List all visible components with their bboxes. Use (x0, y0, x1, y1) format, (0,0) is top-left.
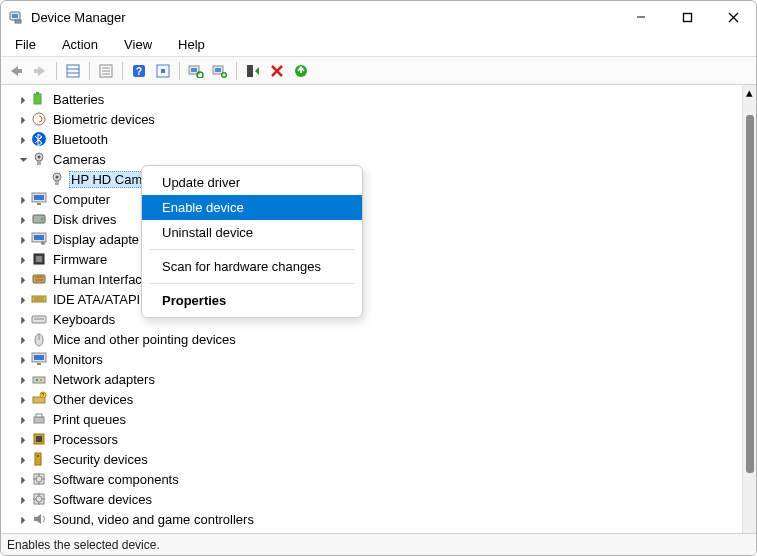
update-driver-icon[interactable] (209, 60, 231, 82)
svg-text:?: ? (136, 66, 142, 77)
svg-rect-31 (36, 92, 39, 94)
collapse-caret-icon[interactable]: ⏷ (17, 154, 31, 165)
tree-item[interactable]: ⏵Keyboards (9, 309, 742, 329)
expand-caret-icon[interactable]: ⏵ (17, 294, 31, 305)
tree-item[interactable]: ⏵Batteries (9, 89, 742, 109)
svg-point-43 (41, 218, 44, 221)
tree-item[interactable]: ⏵Print queues (9, 409, 742, 429)
bt-icon (31, 131, 47, 147)
scroll-up-arrow[interactable]: ▴ (746, 85, 753, 99)
svg-rect-69 (36, 414, 42, 417)
expand-caret-icon[interactable]: ⏵ (17, 454, 31, 465)
expand-caret-icon[interactable]: ⏵ (17, 494, 31, 505)
finger-icon (31, 111, 47, 127)
context-menu: Update driverEnable deviceUninstall devi… (141, 165, 363, 318)
tree-item-label: Print queues (51, 412, 128, 427)
svg-rect-21 (191, 68, 197, 72)
sec-icon (31, 451, 47, 467)
svg-point-73 (37, 455, 39, 457)
menu-view[interactable]: View (118, 35, 158, 54)
window-title: Device Manager (31, 10, 126, 25)
expand-caret-icon[interactable]: ⏵ (17, 314, 31, 325)
scan-hardware-button[interactable] (185, 60, 207, 82)
action-button[interactable] (152, 60, 174, 82)
context-menu-item[interactable]: Enable device (142, 195, 362, 220)
app-icon (9, 9, 25, 25)
tree-item-label: Cameras (51, 152, 108, 167)
tree-item[interactable]: ⏵Biometric devices (9, 109, 742, 129)
forward-button[interactable] (29, 60, 51, 82)
tree-item[interactable]: ⏵Computer (9, 189, 742, 209)
device-tree[interactable]: ⏵Batteries⏵Biometric devices⏵Bluetooth⏷C… (1, 85, 742, 533)
context-menu-item[interactable]: Properties (142, 288, 362, 313)
snd-icon (31, 511, 47, 527)
expand-caret-icon[interactable]: ⏵ (17, 414, 31, 425)
uninstall-device-button[interactable] (266, 60, 288, 82)
expand-caret-icon[interactable]: ⏵ (17, 254, 31, 265)
expand-caret-icon[interactable]: ⏵ (17, 354, 31, 365)
enable-device-button[interactable] (242, 60, 264, 82)
tree-item-label: Display adapte (51, 232, 141, 247)
tree-item[interactable]: ⏵Mice and other pointing devices (9, 329, 742, 349)
back-button[interactable] (5, 60, 27, 82)
expand-caret-icon[interactable]: ⏵ (17, 114, 31, 125)
context-menu-item[interactable]: Update driver (142, 170, 362, 195)
minimize-button[interactable] (618, 1, 664, 33)
kb-icon (31, 311, 47, 327)
menu-action[interactable]: Action (56, 35, 104, 54)
expand-caret-icon[interactable]: ⏵ (17, 374, 31, 385)
expand-caret-icon[interactable]: ⏵ (17, 94, 31, 105)
tree-item[interactable]: ⏵Firmware (9, 249, 742, 269)
tree-item[interactable]: ⏵Human Interfac (9, 269, 742, 289)
mouse-icon (31, 331, 47, 347)
svg-rect-1 (12, 14, 18, 18)
show-hide-console-tree-button[interactable] (62, 60, 84, 82)
tree-item[interactable]: ⏵Security devices (9, 449, 742, 469)
tree-item[interactable]: ⏵Processors (9, 429, 742, 449)
tree-item[interactable]: ⏵Display adapte (9, 229, 742, 249)
cpu-icon (31, 431, 47, 447)
tree-item[interactable]: ⏵HP HD Camera (9, 169, 742, 189)
expand-caret-icon[interactable]: ⏵ (17, 434, 31, 445)
context-menu-item[interactable]: Uninstall device (142, 220, 362, 245)
menu-help[interactable]: Help (172, 35, 211, 54)
expand-caret-icon[interactable]: ⏵ (17, 274, 31, 285)
battery-icon (31, 91, 47, 107)
tree-item[interactable]: ⏵Network adapters (9, 369, 742, 389)
tree-item[interactable]: ⏷Cameras (9, 149, 742, 169)
statusbar: Enables the selected device. (1, 533, 756, 555)
expand-caret-icon[interactable]: ⏵ (17, 194, 31, 205)
expand-caret-icon[interactable]: ⏵ (17, 234, 31, 245)
tree-item[interactable]: ⏵?Other devices (9, 389, 742, 409)
tree-item-label: Firmware (51, 252, 109, 267)
svg-rect-49 (33, 275, 45, 283)
expand-caret-icon[interactable]: ⏵ (17, 474, 31, 485)
close-button[interactable] (710, 1, 756, 33)
tree-item[interactable]: ⏵IDE ATA/ATAPI c (9, 289, 742, 309)
expand-caret-icon[interactable]: ⏵ (17, 394, 31, 405)
expand-caret-icon[interactable]: ⏵ (17, 214, 31, 225)
properties-button[interactable] (95, 60, 117, 82)
tree-item[interactable]: ⏵Sound, video and game controllers (9, 509, 742, 529)
scrollbar-thumb[interactable] (746, 115, 754, 473)
tree-item[interactable]: ⏵Storage controllers (9, 529, 742, 533)
menu-file[interactable]: File (9, 35, 42, 54)
tree-item[interactable]: ⏵Software devices (9, 489, 742, 509)
context-menu-separator (150, 283, 354, 284)
enable-circle-button[interactable] (290, 60, 312, 82)
tree-item[interactable]: ⏵Software components (9, 469, 742, 489)
tree-item[interactable]: ⏵Bluetooth (9, 129, 742, 149)
vertical-scrollbar[interactable]: ▴ (742, 85, 756, 533)
ide-icon (31, 291, 47, 307)
svg-text:?: ? (42, 392, 45, 398)
help-button[interactable]: ? (128, 60, 150, 82)
tree-item[interactable]: ⏵Monitors (9, 349, 742, 369)
context-menu-item[interactable]: Scan for hardware changes (142, 254, 362, 279)
expand-caret-icon[interactable]: ⏵ (17, 514, 31, 525)
maximize-button[interactable] (664, 1, 710, 33)
tree-item[interactable]: ⏵Disk drives (9, 209, 742, 229)
sw-icon (31, 471, 47, 487)
expand-caret-icon[interactable]: ⏵ (17, 334, 31, 345)
menubar: File Action View Help (1, 33, 756, 57)
expand-caret-icon[interactable]: ⏵ (17, 134, 31, 145)
